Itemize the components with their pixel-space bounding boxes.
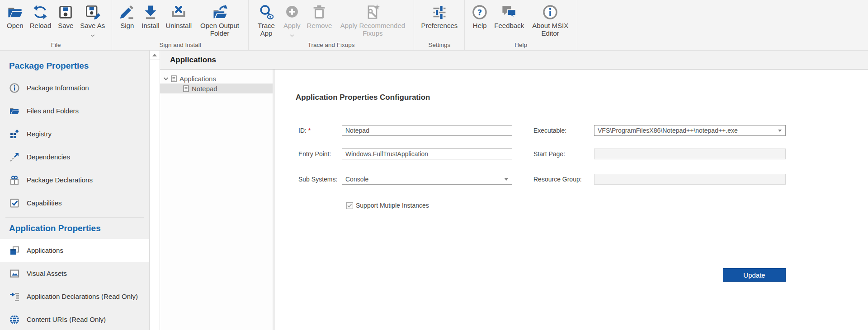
about-msix-editor-button[interactable]: About MSIX Editor [528,3,573,37]
scrollbar-up-button[interactable] [150,51,160,60]
sub-systems-dropdown-arrow-icon [505,178,508,181]
executable-dropdown-arrow-icon [778,130,782,132]
save-as-button[interactable]: Save As [77,3,108,39]
ribbon-group-help-label: Help [469,42,573,50]
sidebar-item-visual-assets[interactable]: Visual Assets [0,262,149,285]
content-area: Applications Applications [160,51,868,330]
sidebar-item-package-declarations[interactable]: Package Declarations [0,168,149,191]
help-button[interactable]: ? Help [469,3,491,30]
sign-pencil-icon [119,3,135,21]
sidebar-item-registry[interactable]: Registry [0,122,149,145]
uninstall-button-label: Uninstall [165,22,192,30]
trace-app-button[interactable]: Trace App [253,3,280,37]
apply-dropdown-chevron-icon [290,31,294,39]
uninstall-icon [170,3,187,21]
files-and-folders-folder-icon [9,106,20,116]
executable-combobox-value: VFS\ProgramFilesX86\Notepad++\notepad++.… [598,125,775,135]
content-uris-globe-icon [9,314,20,325]
preferences-button[interactable]: Preferences [418,3,460,30]
tree-node-notepad[interactable]: Notepad [160,84,273,93]
sub-systems-label: Sub Systems: [298,174,337,185]
sub-systems-combobox-value: Console [345,174,502,184]
feedback-button-label: Feedback [494,22,524,30]
tree-node-applications[interactable]: Applications [160,74,273,84]
tree-node-notepad-label: Notepad [192,85,217,93]
sidebar-item-package-declarations-label: Package Declarations [27,176,93,184]
help-button-label: Help [473,22,487,30]
about-info-icon [542,3,558,21]
entry-point-input[interactable] [342,149,512,159]
open-button[interactable]: Open [4,3,26,30]
feedback-bubbles-icon [501,3,517,21]
sidebar-item-dependencies[interactable]: Dependencies [0,145,149,168]
sidebar-item-content-uris-label: Content URIs (Read Only) [27,316,106,323]
scroll-up-arrow-icon [152,54,157,56]
tree-expander-chevron-down-icon[interactable] [163,77,169,81]
tree-document-icon [171,75,177,82]
apply-button: Apply [281,3,303,39]
package-declarations-gift-icon [9,175,20,186]
apply-button-label: Apply [283,22,301,30]
application-properties-form: Application Properties Configuration ID:… [275,70,868,330]
ribbon-group-sign-install: Sign Install Uninstall [112,0,249,50]
sidebar-item-registry-label: Registry [27,130,52,138]
save-as-button-label: Save As [80,22,105,30]
uninstall-button[interactable]: Uninstall [163,3,194,30]
applications-windows-icon [9,245,20,256]
ribbon-group-settings: Preferences Settings [414,0,465,50]
support-multiple-instances-checkbox-row[interactable]: Support Mutiple Instances [346,202,429,209]
application-declarations-list-icon [9,291,20,302]
sidebar-item-package-information-label: Package Information [27,84,89,92]
tree-document-icon [183,85,189,92]
reload-icon [32,3,48,21]
tree-node-applications-label: Applications [179,75,216,83]
content-body: Applications Notepad Appli [160,70,868,330]
sidebar-item-capabilities[interactable]: Capabilities [0,191,149,214]
sidebar-item-applications-label: Applications [27,246,63,254]
open-button-label: Open [7,22,24,30]
resource-group-label: Resource Group: [533,174,582,185]
install-button[interactable]: Install [139,3,162,30]
reload-button-label: Reload [30,22,52,30]
open-output-folder-button[interactable]: Open Output Folder [195,3,244,37]
open-folder-icon [7,3,23,21]
executable-combobox[interactable]: VFS\ProgramFilesX86\Notepad++\notepad++.… [594,125,786,136]
resource-group-input [594,174,786,185]
sub-systems-combobox[interactable]: Console [342,174,512,185]
main-area: Package Properties Package Information F… [0,51,868,330]
about-msix-editor-button-label: About MSIX Editor [530,22,570,37]
sidebar-item-application-declarations[interactable]: Application Declarations (Read Only) [0,285,149,308]
trace-app-button-label: Trace App [255,22,277,37]
ribbon-group-file: Open Reload [0,0,112,50]
sidebar-item-applications[interactable]: Applications [0,239,149,262]
apply-recommended-fixups-button: Apply Recommended Fixups [335,3,410,37]
sidebar-item-visual-assets-label: Visual Assets [27,270,67,277]
sidebar-item-dependencies-label: Dependencies [27,153,70,161]
ribbon-group-help-buttons: ? Help Feedback [469,0,573,42]
entry-point-label: Entry Point: [298,149,331,159]
form-heading: Application Properties Configuration [296,93,430,102]
apply-recommended-fixups-button-label: Apply Recommended Fixups [338,22,407,37]
registry-blocks-icon [9,129,20,139]
save-as-dropdown-chevron-icon[interactable] [90,31,95,39]
support-multiple-instances-checkbox[interactable] [346,202,353,209]
remove-button: Remove [304,3,335,30]
save-button[interactable]: Save [55,3,76,30]
install-button-label: Install [142,22,159,30]
sidebar-item-files-and-folders[interactable]: Files and Folders [0,99,149,122]
install-arrow-icon [142,3,159,21]
id-label: ID: * [298,125,311,136]
sign-button-label: Sign [120,22,134,30]
feedback-button[interactable]: Feedback [491,3,527,30]
help-question-icon: ? [472,3,488,21]
dependencies-arrow-icon [9,152,20,163]
sign-button[interactable]: Sign [116,3,138,30]
applications-tree-panel: Applications Notepad [160,70,273,330]
id-input[interactable] [342,125,512,136]
sidebar-scrollbar[interactable] [149,51,160,330]
update-button[interactable]: Update [723,268,786,282]
save-as-icon [85,3,101,21]
sidebar-item-package-information[interactable]: Package Information [0,76,149,99]
sidebar-item-content-uris[interactable]: Content URIs (Read Only) [0,308,149,330]
reload-button[interactable]: Reload [27,3,54,30]
